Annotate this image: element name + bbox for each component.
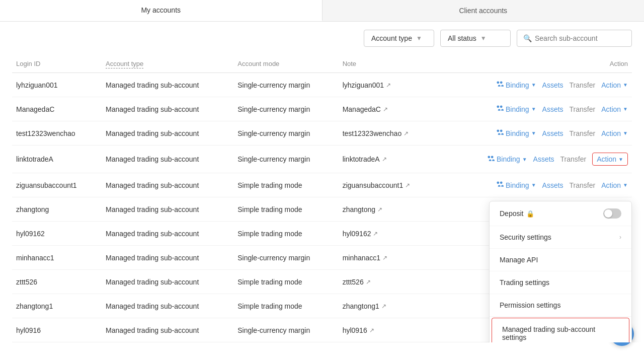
- cell-account-type: Managed trading sub-account: [102, 97, 233, 121]
- transfer-link[interactable]: Transfer: [570, 181, 596, 189]
- security-settings-item[interactable]: Security settings ›: [490, 226, 631, 249]
- search-icon: 🔍: [523, 34, 532, 42]
- cell-login-id: linktotradeA: [12, 146, 102, 173]
- tab-client-accounts[interactable]: Client accounts: [323, 0, 645, 21]
- search-input[interactable]: [535, 34, 625, 42]
- cell-actions: Binding ▼ Assets Transfer Action ▼: [437, 73, 632, 97]
- chevron-down-icon: ▼: [623, 82, 628, 88]
- cell-note: ziguansubaccount1 ↗: [339, 173, 437, 197]
- action-button[interactable]: Action ▼: [592, 153, 628, 166]
- cell-account-mode: Simple trading mode: [233, 173, 338, 197]
- cell-account-type: Managed trading sub-account: [102, 173, 233, 197]
- table-row: lyhziguan001 Managed trading sub-account…: [12, 73, 632, 97]
- action-button[interactable]: Action ▼: [601, 181, 628, 189]
- cell-account-type: Managed trading sub-account: [102, 197, 233, 222]
- people-icon: [487, 155, 495, 164]
- binding-button[interactable]: Binding ▼: [496, 180, 536, 190]
- search-box: 🔍: [517, 30, 632, 47]
- assets-link[interactable]: Assets: [542, 105, 564, 113]
- trading-settings-label: Trading settings: [500, 278, 549, 287]
- cell-note: test12323wenchao ↗: [339, 121, 437, 146]
- all-status-dropdown[interactable]: All status ▼: [440, 30, 511, 47]
- managed-trading-settings-item[interactable]: Managed trading sub-account settings: [492, 318, 629, 342]
- cell-account-mode: Single-currency margin: [233, 73, 338, 97]
- external-link-icon: ↗: [373, 230, 378, 237]
- tabs-bar: My accounts Client accounts: [0, 0, 644, 22]
- chevron-right-icon: ›: [619, 234, 621, 241]
- action-dropdown-menu: Deposit 🔒 Security settings › Manage API…: [489, 201, 632, 342]
- external-link-icon: ↗: [382, 254, 387, 261]
- cell-account-mode: Single-currency margin: [233, 318, 338, 342]
- deposit-row: Deposit 🔒: [490, 201, 631, 226]
- chevron-down-icon: ▼: [623, 106, 628, 112]
- assets-link[interactable]: Assets: [542, 81, 564, 89]
- people-icon: [496, 80, 504, 90]
- action-button[interactable]: Action ▼: [601, 129, 628, 137]
- security-settings-label: Security settings: [500, 233, 551, 241]
- cell-actions: Binding ▼ Assets Transfer Action ▼: [437, 121, 632, 146]
- external-link-icon: ↗: [382, 156, 387, 163]
- cell-account-type: Managed trading sub-account: [102, 318, 233, 342]
- chevron-down-icon: ▼: [531, 182, 536, 188]
- binding-button[interactable]: Binding ▼: [496, 104, 536, 114]
- cell-login-id: ManagedaC: [12, 97, 102, 121]
- transfer-link[interactable]: Transfer: [570, 105, 596, 113]
- cell-account-type: Managed trading sub-account: [102, 294, 233, 318]
- manage-api-label: Manage API: [500, 256, 538, 264]
- deposit-toggle[interactable]: [603, 208, 621, 219]
- cell-account-type: Managed trading sub-account: [102, 73, 233, 97]
- external-link-icon: ↗: [405, 182, 410, 189]
- chevron-down-icon: ▼: [618, 157, 623, 162]
- external-link-icon: ↗: [369, 327, 374, 334]
- assets-link[interactable]: Assets: [542, 129, 564, 137]
- cell-login-id: hyl09162: [12, 222, 102, 246]
- col-account-mode: Account mode: [233, 55, 338, 73]
- toolbar: Account type ▼ All status ▼ 🔍: [0, 22, 644, 55]
- transfer-link[interactable]: Transfer: [570, 129, 596, 137]
- people-icon: [496, 180, 504, 190]
- cell-actions: Binding ▼ Assets Transfer Action ▼: [437, 97, 632, 121]
- cell-note: zhangtong ↗: [339, 197, 437, 222]
- cell-account-type: Managed trading sub-account: [102, 146, 233, 173]
- external-link-icon: ↗: [366, 278, 371, 286]
- col-login-id: Login ID: [12, 55, 102, 73]
- trading-settings-item[interactable]: Trading settings: [490, 271, 631, 294]
- permission-settings-item[interactable]: Permission settings: [490, 294, 631, 317]
- table-container: Login ID Account type Account mode Note …: [0, 55, 644, 342]
- cell-account-mode: Simple trading mode: [233, 197, 338, 222]
- chevron-down-icon: ▼: [531, 130, 536, 136]
- cell-account-type: Managed trading sub-account: [102, 121, 233, 146]
- account-type-dropdown[interactable]: Account type ▼: [364, 30, 434, 47]
- table-row: test12323wenchao Managed trading sub-acc…: [12, 121, 632, 146]
- deposit-label: Deposit 🔒: [500, 209, 534, 218]
- cell-account-mode: Single-currency margin: [233, 146, 338, 173]
- chevron-down-icon: ▼: [531, 106, 536, 112]
- binding-button[interactable]: Binding ▼: [487, 155, 527, 164]
- permission-settings-label: Permission settings: [500, 301, 560, 309]
- cell-account-type: Managed trading sub-account: [102, 270, 233, 294]
- cell-account-mode: Simple trading mode: [233, 270, 338, 294]
- cell-login-id: minhanacc1: [12, 246, 102, 270]
- col-action: Action: [437, 55, 632, 73]
- cell-login-id: zhangtong1: [12, 294, 102, 318]
- cell-account-mode: Single-currency margin: [233, 121, 338, 146]
- cell-login-id: lyhziguan001: [12, 73, 102, 97]
- action-button[interactable]: Action ▼: [601, 81, 628, 89]
- chevron-down-icon: ▼: [623, 182, 628, 188]
- assets-link[interactable]: Assets: [542, 181, 564, 189]
- cell-note: ManagedaC ↗: [339, 97, 437, 121]
- binding-button[interactable]: Binding ▼: [496, 80, 536, 90]
- transfer-link[interactable]: Transfer: [570, 81, 596, 89]
- cell-note: zhangtong1 ↗: [339, 294, 437, 318]
- manage-api-item[interactable]: Manage API: [490, 249, 631, 271]
- people-icon: [496, 104, 504, 114]
- transfer-link[interactable]: Transfer: [560, 155, 587, 163]
- cell-note: hyl09162 ↗: [339, 222, 437, 246]
- cell-account-type: Managed trading sub-account: [102, 246, 233, 270]
- tab-my-accounts[interactable]: My accounts: [0, 0, 323, 21]
- action-button[interactable]: Action ▼: [601, 105, 628, 113]
- binding-button[interactable]: Binding ▼: [496, 128, 536, 138]
- assets-link[interactable]: Assets: [533, 155, 554, 163]
- external-link-icon: ↗: [386, 82, 391, 89]
- deposit-text: Deposit: [500, 209, 523, 218]
